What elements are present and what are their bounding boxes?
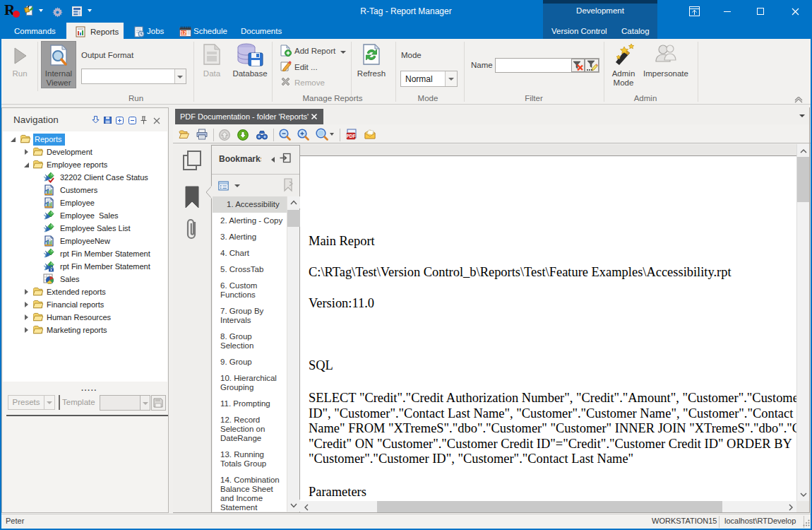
svg-text:PDF: PDF <box>347 134 356 139</box>
svg-text:12: 12 <box>181 30 186 35</box>
